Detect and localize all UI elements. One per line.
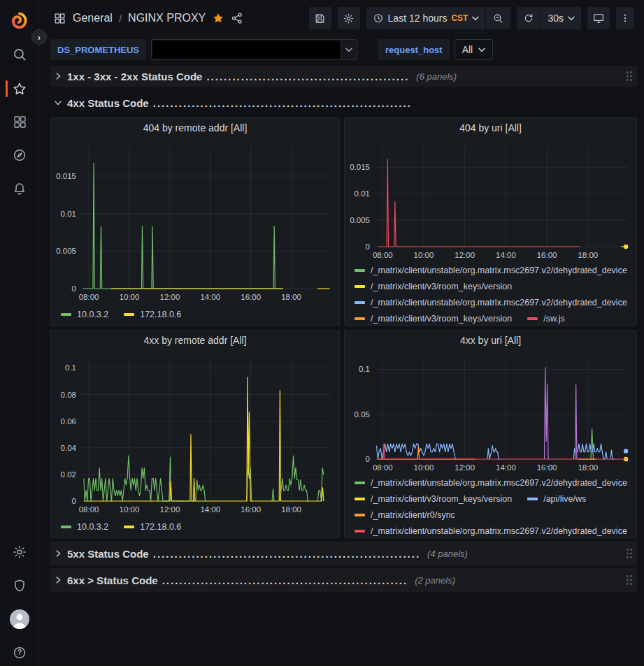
row-header-5xx[interactable]: 5xx Status Code ........................… (50, 542, 637, 565)
chart-canvas[interactable]: 08:0010:0012:0014:0016:0018:0000.050.1 (345, 350, 636, 475)
row-title-dots: ........................................… (153, 97, 412, 109)
zoom-out-time-button[interactable] (486, 7, 510, 29)
legend-item[interactable]: 10.0.3.2 (61, 310, 108, 319)
time-range-picker[interactable]: Last 12 hours CST (366, 7, 486, 29)
row-header-4xx[interactable]: 4xx Status Code ........................… (50, 92, 637, 113)
dashboard-title[interactable]: NGINX PROXY (128, 12, 206, 24)
series-color-swatch (61, 313, 71, 316)
row-header-1xx-3xx-2xx[interactable]: 1xx - 3xx - 2xx Status Code ............… (50, 66, 637, 87)
svg-text:0.02: 0.02 (61, 470, 76, 479)
request-host-variable-dropdown[interactable]: All (455, 39, 494, 60)
panel-404-by-remote-addr: 404 by remote addr [All] 08:0010:0012:00… (50, 117, 340, 326)
dashboards-grid-icon (13, 115, 27, 129)
series-color-swatch (527, 317, 538, 320)
panel-title[interactable]: 404 by remote addr [All] (51, 118, 339, 138)
breadcrumb-folder[interactable]: General (73, 12, 113, 24)
series-color-swatch (355, 317, 365, 320)
series-name: /_matrix/client/unstable/org.matrix.msc2… (371, 298, 627, 307)
svg-text:12:00: 12:00 (455, 251, 475, 259)
chart-canvas[interactable]: 08:0010:0012:0014:0016:0018:0000.0050.01… (345, 138, 636, 262)
svg-text:14:00: 14:00 (200, 293, 220, 301)
svg-text:0.005: 0.005 (350, 216, 370, 224)
series-name: /_matrix/client/unstable/org.matrix.msc2… (371, 478, 627, 488)
row-drag-handle[interactable] (626, 71, 633, 82)
sidebar-item-help[interactable]: ? (6, 639, 34, 666)
legend-item[interactable]: /_matrix/client/unstable/org.matrix.msc2… (355, 298, 627, 307)
row-panel-count: (6 panels) (416, 71, 457, 82)
datasource-variable-label[interactable]: DS_PROMETHEUS (50, 39, 146, 60)
request-host-variable-label[interactable]: request_host (378, 39, 450, 60)
help-icon: ? (12, 645, 27, 660)
series-color-swatch (527, 498, 538, 500)
nav-actions: Last 12 hours CST 30s (309, 7, 634, 29)
share-icon[interactable] (231, 12, 243, 24)
legend-item[interactable]: /_matrix/client/v3/room_keys/version (355, 494, 512, 504)
legend-item[interactable]: /_matrix/client/unstable/org.matrix.msc2… (355, 478, 627, 488)
svg-text:0.05: 0.05 (355, 410, 370, 419)
request-host-variable-value: All (462, 44, 473, 55)
panel-legend: /_matrix/client/unstable/org.matrix.msc2… (345, 475, 636, 538)
svg-text:10:00: 10:00 (414, 251, 434, 259)
cycle-view-mode-button[interactable] (587, 7, 610, 29)
sidebar-item-dashboards[interactable] (6, 108, 34, 136)
refresh-button[interactable] (517, 7, 541, 29)
legend-item[interactable]: /api/live/ws (527, 494, 586, 504)
series-color-swatch (355, 482, 365, 484)
series-name: 172.18.0.6 (140, 522, 181, 532)
series-name: /_matrix/client/v3/room_keys/version (371, 494, 512, 504)
svg-text:08:00: 08:00 (79, 505, 99, 514)
sidebar: ? (0, 0, 39, 666)
sidebar-item-alerting[interactable] (6, 175, 34, 203)
row-header-6xx[interactable]: 6xx > Status Code ......................… (50, 568, 637, 592)
grafana-logo-icon (10, 12, 29, 30)
sidebar-item-profile[interactable] (6, 605, 34, 633)
legend-item[interactable]: /_matrix/client/unstable/org.matrix.msc2… (355, 266, 627, 275)
svg-text:16:00: 16:00 (537, 251, 557, 259)
svg-text:12:00: 12:00 (160, 505, 180, 514)
sidebar-item-starred[interactable] (6, 75, 34, 103)
legend-item[interactable]: /sw.js (527, 314, 565, 324)
save-dashboard-button[interactable] (309, 7, 331, 29)
refresh-interval-dropdown[interactable]: 30s (541, 7, 581, 29)
row-title: 1xx - 3xx - 2xx Status Code (67, 71, 202, 82)
panel-legend: /_matrix/client/unstable/org.matrix.msc2… (345, 262, 636, 326)
svg-text:0.01: 0.01 (61, 210, 76, 218)
svg-text:08:00: 08:00 (373, 251, 393, 259)
legend-item[interactable]: /_matrix/client/r0/sync (355, 510, 455, 520)
series-name: 10.0.3.2 (77, 310, 108, 319)
panel-title[interactable]: 4xx by uri [All] (345, 331, 636, 350)
apps-grid-icon (53, 12, 66, 25)
legend-item[interactable]: 172.18.0.6 (124, 522, 181, 532)
chevron-right-icon (53, 549, 63, 558)
favorite-star-icon[interactable] (212, 12, 224, 24)
row-drag-handle[interactable] (626, 548, 633, 559)
legend-item[interactable]: /_matrix/client/v3/room_keys/version (355, 282, 512, 291)
sidebar-item-search[interactable] (6, 41, 34, 68)
row-title: 6xx > Status Code (67, 574, 158, 586)
svg-text:0.015: 0.015 (56, 172, 76, 180)
row-drag-handle[interactable] (626, 574, 633, 586)
svg-text:08:00: 08:00 (373, 463, 393, 472)
kebab-menu-button[interactable] (616, 7, 634, 29)
panel-title[interactable]: 404 by uri [All] (345, 118, 636, 138)
sidebar-item-explore[interactable] (6, 141, 34, 169)
legend-item[interactable]: /_matrix/client/unstable/org.matrix.msc2… (355, 526, 627, 536)
legend-item[interactable]: /_matrix/client/v3/room_keys/version (355, 314, 512, 324)
series-color-swatch (355, 514, 365, 516)
legend-item[interactable]: 172.18.0.6 (124, 310, 181, 319)
sidebar-expand-button[interactable]: › (31, 29, 47, 45)
datasource-variable-dropdown[interactable] (151, 39, 357, 60)
sidebar-item-server-admin[interactable] (6, 572, 34, 600)
svg-text:0: 0 (72, 284, 76, 293)
chart-canvas[interactable]: 08:0010:0012:0014:0016:0018:0000.0050.01… (51, 138, 339, 304)
legend-item[interactable]: 10.0.3.2 (61, 522, 108, 532)
chart-canvas[interactable]: 08:0010:0012:0014:0016:0018:0000.020.040… (51, 350, 339, 516)
dashboard-settings-button[interactable] (338, 7, 360, 29)
grafana-logo[interactable] (6, 7, 34, 35)
chevron-down-icon (53, 98, 63, 108)
series-name: /api/live/ws (543, 494, 586, 504)
chevron-right-icon (53, 575, 63, 585)
panel-title[interactable]: 4xx by remote addr [All] (51, 331, 339, 350)
sidebar-item-configuration[interactable] (6, 538, 34, 566)
svg-text:18:00: 18:00 (578, 251, 598, 259)
